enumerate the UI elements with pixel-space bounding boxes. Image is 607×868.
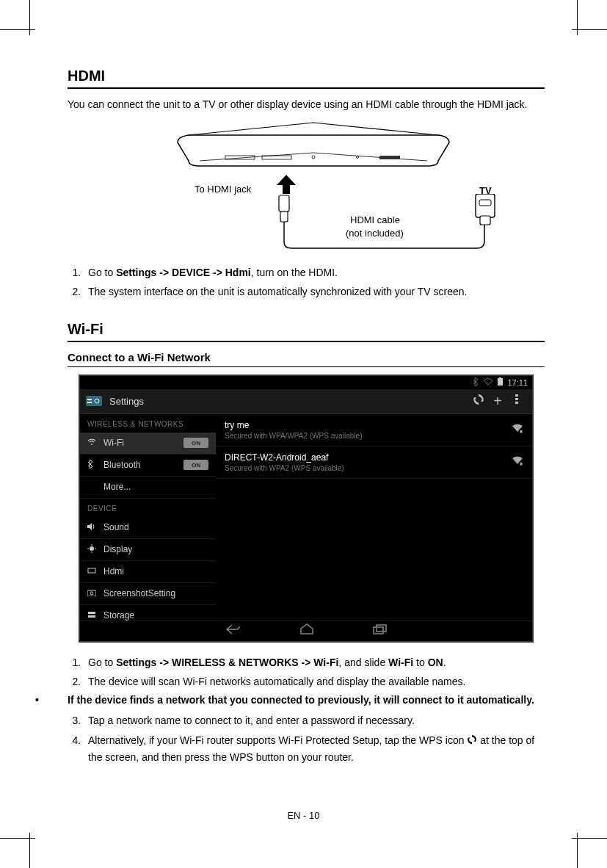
hdmi-step-2: The system interface on the unit is auto… <box>84 283 545 300</box>
network-name: DIRECT-W2-Android_aeaf <box>225 452 512 463</box>
wifi-status-icon <box>483 378 493 387</box>
wifi-network-list: try me Secured with WPA/WPA2 (WPS availa… <box>216 414 532 621</box>
network-row[interactable]: try me Secured with WPA/WPA2 (WPS availa… <box>216 414 532 446</box>
storage-icon <box>87 611 98 620</box>
page-number: EN - 10 <box>0 810 607 821</box>
svg-rect-19 <box>515 402 518 404</box>
wifi-bullet-item: If the device finds a network that you c… <box>51 692 545 708</box>
overflow-menu-icon[interactable] <box>507 394 526 408</box>
svg-marker-21 <box>87 523 92 530</box>
tablet-illustration <box>174 120 453 172</box>
crop-mark <box>572 29 607 30</box>
svg-marker-5 <box>277 175 296 194</box>
step-text: Go to <box>88 657 116 668</box>
bluetooth-status-icon <box>473 377 479 388</box>
network-security: Secured with WPA2 (WPS available) <box>225 464 512 472</box>
wifi-toggle[interactable]: ON <box>183 438 208 448</box>
svg-point-29 <box>90 592 93 595</box>
category-device: DEVICE <box>80 499 216 517</box>
sound-icon <box>87 523 98 532</box>
sidebar-item-sound[interactable]: Sound <box>80 517 216 539</box>
sidebar-item-display[interactable]: Display <box>80 539 216 561</box>
wifi-steps-34: Tap a network name to connect to it, and… <box>68 712 545 765</box>
svg-rect-11 <box>498 378 503 386</box>
cable-illustration <box>273 194 515 253</box>
arrow-up-icon <box>275 173 297 195</box>
hdmi-heading: HDMI <box>68 68 545 89</box>
step-text: . <box>443 657 446 668</box>
actionbar-title: Settings <box>109 396 469 407</box>
sidebar-label: Wi-Fi <box>103 438 124 448</box>
hdmi-intro: You can connect the unit to a TV or othe… <box>68 98 545 112</box>
svg-point-20 <box>91 444 92 445</box>
svg-rect-13 <box>86 396 102 406</box>
step-bold: Wi-Fi <box>388 657 413 668</box>
crop-mark <box>0 29 35 30</box>
svg-rect-17 <box>515 394 518 397</box>
wifi-step-3: Tap a network name to connect to it, and… <box>84 712 545 728</box>
sidebar-label: More... <box>103 482 131 492</box>
battery-status-icon <box>498 377 503 387</box>
sidebar-item-hdmi[interactable]: Hdmi <box>80 561 216 583</box>
crop-mark <box>572 838 607 839</box>
bluetooth-icon <box>87 460 98 470</box>
nav-back-icon[interactable] <box>225 623 241 638</box>
settings-app-icon <box>86 394 102 408</box>
sidebar-label: Hdmi <box>103 566 124 576</box>
wifi-step-4: Alternatively, if your Wi-Fi router supp… <box>84 732 545 766</box>
settings-sidebar: WIRELESS & NETWORKS Wi-Fi ON Bluetooth O… <box>80 414 216 621</box>
status-time: 17:11 <box>507 378 528 387</box>
display-icon <box>87 544 98 554</box>
svg-rect-9 <box>480 216 490 225</box>
sidebar-item-bluetooth[interactable]: Bluetooth ON <box>80 455 216 477</box>
wifi-bullet: If the device finds a network that you c… <box>68 692 545 708</box>
wifi-steps-12: Go to Settings -> WIRELESS & NETWORKS ->… <box>68 654 545 690</box>
svg-rect-14 <box>87 399 92 400</box>
crop-mark <box>0 838 35 839</box>
sidebar-item-wifi[interactable]: Wi-Fi ON <box>80 433 216 455</box>
svg-rect-18 <box>515 398 518 400</box>
nav-bar <box>80 621 532 641</box>
step-bold: Settings -> DEVICE -> Hdmi <box>116 267 251 278</box>
sidebar-label: Bluetooth <box>103 460 141 470</box>
network-name: try me <box>225 420 512 430</box>
hdmi-steps: Go to Settings -> DEVICE -> Hdmi, turn o… <box>68 264 545 300</box>
hdmi-diagram: To HDMI jack TV HDMI cable (not included… <box>115 120 497 253</box>
network-row[interactable]: DIRECT-W2-Android_aeaf Secured with WPA2… <box>216 446 532 479</box>
sidebar-label: ScreenshotSetting <box>103 588 175 598</box>
svg-point-22 <box>90 546 94 551</box>
svg-rect-6 <box>279 195 289 211</box>
svg-rect-36 <box>374 627 383 634</box>
nav-recent-icon[interactable] <box>373 624 388 637</box>
svg-rect-27 <box>88 568 95 573</box>
step-bold: ON <box>428 657 443 668</box>
wifi-heading: Wi-Fi <box>68 321 545 342</box>
sidebar-label: Storage <box>103 610 134 621</box>
wifi-signal-icon <box>512 456 523 468</box>
svg-rect-28 <box>87 590 96 596</box>
wifi-step-2: The device will scan Wi-Fi networks auto… <box>84 673 545 690</box>
svg-rect-30 <box>88 612 95 614</box>
svg-rect-12 <box>499 377 501 378</box>
bluetooth-toggle[interactable]: ON <box>183 460 208 470</box>
wifi-signal-icon <box>512 424 523 435</box>
wifi-icon <box>87 438 98 447</box>
category-wireless: WIRELESS & NETWORKS <box>80 414 216 433</box>
hdmi-step-1: Go to Settings -> DEVICE -> Hdmi, turn o… <box>84 264 545 281</box>
svg-rect-37 <box>377 625 386 632</box>
svg-rect-15 <box>87 402 92 403</box>
sidebar-item-more[interactable]: More... <box>80 477 216 499</box>
nav-home-icon[interactable] <box>299 623 314 638</box>
hdmi-icon <box>87 567 98 576</box>
add-network-icon[interactable]: + <box>488 395 507 407</box>
wps-icon[interactable] <box>469 394 488 408</box>
wifi-step-1: Go to Settings -> WIRELESS & NETWORKS ->… <box>84 654 545 670</box>
svg-rect-31 <box>88 615 95 618</box>
sidebar-item-screenshot[interactable]: ScreenshotSetting <box>80 583 216 605</box>
network-security: Secured with WPA/WPA2 (WPS available) <box>225 432 512 440</box>
status-bar: 17:11 <box>80 376 532 389</box>
step-bold: Settings -> WIRELESS & NETWORKS -> Wi-Fi <box>116 657 338 668</box>
svg-rect-4 <box>379 156 400 159</box>
sidebar-label: Display <box>103 544 132 554</box>
svg-rect-33 <box>520 430 523 433</box>
